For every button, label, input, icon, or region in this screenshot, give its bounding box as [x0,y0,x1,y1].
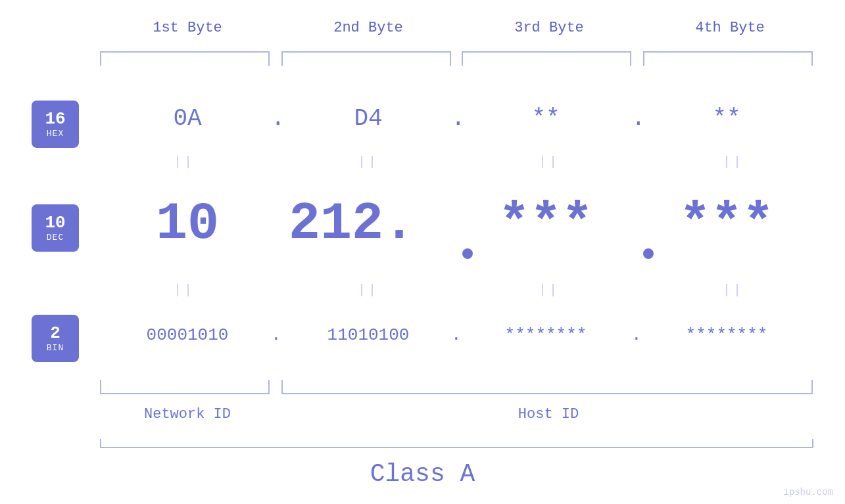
watermark: ipshu.com [783,487,833,497]
bin-val-1: 00001010 [102,325,273,345]
hex-val-4: ** [641,105,812,132]
badge-bin-label: BIN [47,343,64,353]
bin-val-4: ******** [641,325,812,345]
badge-hex-number: 16 [45,110,65,129]
col-header-4: 4th Byte [641,20,819,36]
dec-val-4: *** [641,194,812,254]
host-id-label: Host ID [283,406,814,423]
hex-dot-3: . [631,105,646,132]
badge-dec: 10 DEC [32,204,79,252]
hex-val-1: 0A [102,105,273,132]
eq-dec-bin-3: || [510,283,589,298]
eq-hex-dec-3: || [510,154,589,170]
col-header-1: 1st Byte [99,20,276,36]
bracket-bottom-network [100,380,270,394]
bin-dot-1: . [271,325,281,345]
badge-bin-number: 2 [50,324,60,343]
hex-val-2: D4 [283,105,454,132]
badge-dec-label: DEC [47,233,64,242]
dec-val-2: 212. [250,194,454,254]
bin-val-3: ******** [460,325,631,345]
dec-val-3: *** [460,194,631,254]
bracket-top-4 [643,51,813,66]
bracket-top-3 [462,51,631,66]
bin-val-2: 11010100 [283,325,454,345]
bin-dot-3: . [631,325,642,345]
eq-dec-bin-4: || [694,283,773,298]
network-id-label: Network ID [102,406,273,423]
badge-dec-number: 10 [45,214,65,233]
hex-dot-1: . [271,105,285,132]
dec-dot-2 [462,248,473,259]
col-header-3: 3rd Byte [460,20,638,36]
full-bottom-bracket [100,439,813,448]
badge-hex-label: HEX [47,129,64,139]
dec-dot-3 [643,248,654,259]
eq-hex-dec-1: || [145,154,224,170]
col-header-2: 2nd Byte [279,20,457,36]
main-container: 16 HEX 10 DEC 2 BIN 1st Byte 2nd Byte 3r… [0,0,845,504]
eq-hex-dec-4: || [694,154,773,170]
bracket-top-2 [281,51,451,66]
badge-bin: 2 BIN [32,315,79,362]
bin-dot-2: . [451,325,462,345]
hex-dot-2: . [451,105,466,132]
bracket-top-1 [100,51,270,66]
eq-dec-bin-1: || [145,283,224,298]
dec-val-1: 10 [102,194,273,254]
bracket-bottom-host [281,380,813,394]
eq-hex-dec-2: || [329,154,408,170]
badge-hex: 16 HEX [32,101,79,148]
eq-dec-bin-2: || [329,283,408,298]
hex-val-3: ** [460,105,631,132]
class-label: Class A [0,460,845,488]
